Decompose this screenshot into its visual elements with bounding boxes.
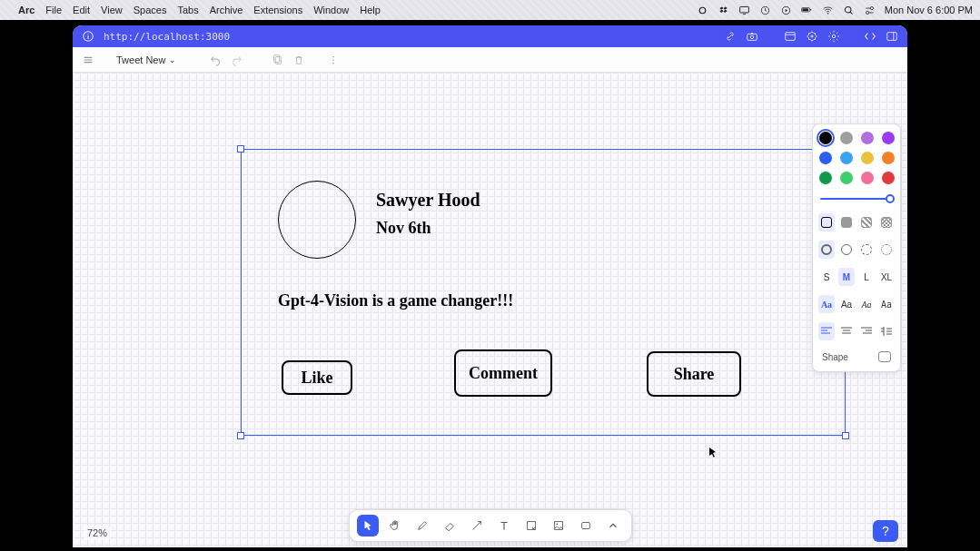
post-body[interactable]: Gpt-4-Vision is a game changer!!! xyxy=(278,291,513,310)
menu-file[interactable]: File xyxy=(45,5,62,15)
search-icon[interactable] xyxy=(843,5,855,16)
more-tools[interactable] xyxy=(602,515,624,536)
devtools-icon[interactable] xyxy=(864,30,876,43)
menu-view[interactable]: View xyxy=(101,5,123,15)
color-swatch[interactable] xyxy=(819,152,832,164)
fill-none[interactable] xyxy=(818,213,835,231)
battery-icon[interactable] xyxy=(801,5,813,16)
play-icon[interactable] xyxy=(780,5,792,16)
color-swatch[interactable] xyxy=(861,152,874,164)
font-mono[interactable]: Aa xyxy=(878,295,895,313)
mouse-cursor-icon xyxy=(708,447,718,459)
menubar-datetime[interactable]: Mon Nov 6 6:00 PM xyxy=(885,5,973,15)
menu-tabs[interactable]: Tabs xyxy=(177,5,198,15)
more-icon[interactable] xyxy=(327,54,340,66)
note-tool[interactable] xyxy=(520,515,542,536)
select-tool[interactable] xyxy=(357,515,379,536)
color-swatch[interactable] xyxy=(840,172,853,184)
align-justify[interactable] xyxy=(878,322,895,340)
plus-badge-icon[interactable] xyxy=(806,30,818,43)
zoom-level[interactable]: 72% xyxy=(84,526,111,540)
align-left[interactable] xyxy=(818,322,835,340)
dash-solid[interactable] xyxy=(818,241,835,259)
svg-point-17 xyxy=(333,55,335,57)
font-serif[interactable]: Aa xyxy=(858,295,875,313)
eraser-tool[interactable] xyxy=(439,515,460,536)
control-center-icon[interactable] xyxy=(864,5,876,16)
draw-tool[interactable] xyxy=(411,515,433,536)
like-button[interactable]: Like xyxy=(282,360,352,395)
align-right[interactable] xyxy=(858,322,875,340)
resize-handle-nw[interactable] xyxy=(237,145,244,153)
help-button[interactable]: ? xyxy=(873,520,898,542)
align-center[interactable] xyxy=(838,322,855,340)
canvas[interactable]: Sawyer Hood Nov 6th Gpt-4-Vision is a ga… xyxy=(73,73,907,547)
color-swatch[interactable] xyxy=(882,132,895,144)
hand-tool[interactable] xyxy=(384,515,406,536)
shape-tool[interactable] xyxy=(575,515,597,536)
undo-icon[interactable] xyxy=(209,54,222,66)
gear-icon[interactable] xyxy=(827,30,840,43)
color-swatch[interactable] xyxy=(819,172,832,184)
menu-help[interactable]: Help xyxy=(360,5,381,15)
color-swatch[interactable] xyxy=(882,172,895,184)
shape-label: Shape xyxy=(822,352,848,362)
color-swatch[interactable] xyxy=(882,152,895,164)
redo-icon[interactable] xyxy=(231,54,243,66)
author-name[interactable]: Sawyer Hood xyxy=(376,190,480,211)
wifi-icon[interactable] xyxy=(822,5,834,16)
color-swatch[interactable] xyxy=(840,152,853,164)
resize-handle-se[interactable] xyxy=(842,432,849,439)
record-icon[interactable] xyxy=(697,5,708,16)
camera-icon[interactable] xyxy=(746,30,758,43)
menu-window[interactable]: Window xyxy=(313,5,349,15)
post-date[interactable]: Nov 6th xyxy=(376,219,431,238)
size-l[interactable]: L xyxy=(858,268,875,286)
dropbox-icon[interactable] xyxy=(718,5,729,16)
color-swatch[interactable] xyxy=(819,132,832,144)
avatar-circle[interactable] xyxy=(278,181,356,259)
svg-rect-15 xyxy=(274,54,280,62)
dash-dashed[interactable] xyxy=(858,241,875,259)
comment-button[interactable]: Comment xyxy=(454,349,552,397)
tweet-card-frame[interactable]: Sawyer Hood Nov 6th Gpt-4-Vision is a ga… xyxy=(241,149,846,436)
browser-url[interactable]: http://localhost:3000 xyxy=(104,31,230,43)
copy-icon[interactable] xyxy=(271,54,283,66)
size-xl[interactable]: XL xyxy=(878,268,895,286)
link-icon[interactable] xyxy=(724,30,737,43)
resize-handle-sw[interactable] xyxy=(237,432,244,439)
arrow-tool[interactable] xyxy=(466,515,488,536)
size-s[interactable]: S xyxy=(818,268,835,286)
color-swatch[interactable] xyxy=(861,172,874,184)
sidebar-icon[interactable] xyxy=(886,30,898,43)
shape-row[interactable]: Shape xyxy=(818,349,895,362)
menu-spaces[interactable]: Spaces xyxy=(134,5,167,15)
color-swatch[interactable] xyxy=(861,132,874,144)
fill-solid[interactable] xyxy=(838,213,855,231)
clock-icon[interactable] xyxy=(759,5,771,16)
stroke-width-slider[interactable] xyxy=(818,193,895,204)
share-button[interactable]: Share xyxy=(647,351,741,397)
size-m[interactable]: M xyxy=(838,268,855,286)
image-tool[interactable] xyxy=(548,515,569,536)
dash-thin[interactable] xyxy=(838,241,855,259)
font-draw[interactable]: Aa xyxy=(818,295,835,313)
appwindow-icon[interactable] xyxy=(784,30,797,43)
color-swatch[interactable] xyxy=(840,132,853,144)
dash-dotted[interactable] xyxy=(878,241,895,259)
fill-cross[interactable] xyxy=(878,213,895,231)
menu-archive[interactable]: Archive xyxy=(210,5,243,15)
app-toolbar: Tweet New ⌄ xyxy=(73,47,907,73)
fill-style-row xyxy=(818,213,895,231)
font-sans[interactable]: Aa xyxy=(838,295,855,313)
text-tool[interactable] xyxy=(493,515,515,536)
hamburger-icon[interactable] xyxy=(82,54,94,66)
trash-icon[interactable] xyxy=(292,54,305,66)
menu-extensions[interactable]: Extensions xyxy=(253,5,302,15)
display-icon[interactable] xyxy=(738,5,750,16)
site-info-icon[interactable] xyxy=(82,30,94,43)
menu-edit[interactable]: Edit xyxy=(73,5,90,15)
project-selector[interactable]: Tweet New ⌄ xyxy=(116,54,176,65)
fill-hatch[interactable] xyxy=(858,213,875,231)
app-name[interactable]: Arc xyxy=(18,5,35,15)
